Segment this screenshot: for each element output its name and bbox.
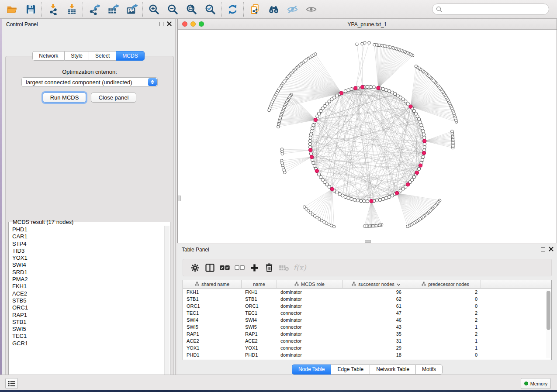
table-row[interactable]: PHD1PHD1dominator180 <box>183 351 551 358</box>
task-history-button[interactable] <box>5 378 18 389</box>
network-horizontal-scroll-thumb[interactable] <box>365 240 371 243</box>
table-panel-title: Table Panel <box>182 247 209 253</box>
column-header-shared-name[interactable]: shared name <box>183 280 242 288</box>
network-graph[interactable] <box>178 30 557 243</box>
list-icon <box>8 381 15 387</box>
minimize-window-icon[interactable] <box>190 21 196 27</box>
list-item[interactable]: PMA2 <box>12 276 165 283</box>
column-header-name[interactable]: name <box>242 280 277 288</box>
tab-select[interactable]: Select <box>89 51 116 61</box>
list-item[interactable]: ACE2 <box>12 290 165 297</box>
table-scrollbar-thumb[interactable] <box>547 291 550 330</box>
table-row[interactable]: SWI4SWI4dominator462 <box>183 316 551 323</box>
table-panel: Table Panel f(x) shared namenameMCDS rol… <box>177 244 557 375</box>
table-row[interactable]: STB1STB1dominator620 <box>183 296 551 303</box>
maximize-window-icon[interactable] <box>199 21 204 27</box>
run-mcds-button[interactable]: Run MCDS <box>43 93 86 103</box>
table-row[interactable]: TEC1TEC1connector472 <box>183 309 551 316</box>
status-bar: Memory <box>0 375 557 390</box>
save-icon[interactable] <box>21 1 40 17</box>
export-network-icon[interactable] <box>85 1 104 17</box>
zoom-selected-icon[interactable] <box>201 1 220 17</box>
table-cell: dominator <box>277 296 343 302</box>
table-cell: PHD1 <box>183 352 242 358</box>
split-view-icon[interactable] <box>202 261 217 275</box>
import-table-icon[interactable] <box>62 1 81 17</box>
list-item[interactable]: SWI4 <box>12 261 165 268</box>
list-item[interactable]: CAR1 <box>12 233 165 240</box>
table-row[interactable]: YOX1YOX1connector291 <box>183 344 551 351</box>
preview-icon[interactable] <box>302 1 321 17</box>
zoom-in-icon[interactable] <box>145 1 163 17</box>
column-header-MCDS-role[interactable]: MCDS role <box>277 280 343 288</box>
list-item[interactable]: PHD1 <box>12 226 165 233</box>
list-item[interactable]: TID3 <box>12 248 165 254</box>
optimization-criterion-value: largest connected component (undirected) <box>22 79 148 86</box>
table-toolbar: f(x) <box>183 259 552 276</box>
mcds-list-scrollbar[interactable] <box>164 226 170 380</box>
add-column-icon[interactable] <box>247 261 262 275</box>
list-item[interactable]: SWI5 <box>12 326 165 333</box>
list-item[interactable]: FKH1 <box>12 283 165 290</box>
table-row[interactable]: ORC1ORC1dominator610 <box>183 303 551 309</box>
network-vertical-scroll-thumb[interactable] <box>178 196 181 201</box>
open-folder-icon[interactable] <box>3 1 21 17</box>
share-document-icon[interactable] <box>246 1 264 17</box>
tab-motifs[interactable]: Motifs <box>416 364 443 375</box>
tab-network[interactable]: Network <box>32 51 65 61</box>
node-table-header: shared namenameMCDS rolesuccessor nodesp… <box>183 280 551 289</box>
tab-style[interactable]: Style <box>65 51 89 61</box>
list-item[interactable]: ORC1 <box>12 304 165 311</box>
optimization-criterion-select[interactable]: largest connected component (undirected) <box>21 77 158 87</box>
table-cell: 0 <box>410 352 481 358</box>
table-row[interactable]: FKH1FKH1dominator962 <box>183 289 551 296</box>
gear-icon[interactable] <box>187 261 202 275</box>
export-table-icon[interactable] <box>104 1 122 17</box>
table-cell: SWI5 <box>183 324 242 330</box>
search-network-icon[interactable] <box>264 1 283 17</box>
zoom-fit-icon[interactable] <box>182 1 201 17</box>
close-panel-icon[interactable] <box>549 247 554 251</box>
show-hide-icon[interactable] <box>283 1 302 17</box>
list-item[interactable]: TEC1 <box>12 333 165 340</box>
refresh-icon[interactable] <box>223 1 242 17</box>
export-image-icon[interactable] <box>122 1 141 17</box>
close-window-icon[interactable] <box>182 21 187 27</box>
list-item[interactable]: YOX1 <box>12 254 165 261</box>
list-item[interactable]: STB5 <box>12 297 165 304</box>
memory-button[interactable]: Memory <box>521 378 551 389</box>
list-item[interactable]: RAP1 <box>12 312 165 319</box>
delete-column-icon[interactable] <box>262 261 277 275</box>
network-canvas[interactable] <box>178 30 557 243</box>
tab-network-table[interactable]: Network Table <box>370 364 416 375</box>
column-header-successor-nodes[interactable]: successor nodes <box>343 280 410 288</box>
mcds-result-list[interactable]: PHD1CAR1STP4TID3YOX1SWI4SRD1PMA2FKH1ACE2… <box>9 226 165 380</box>
list-item[interactable]: GCR1 <box>12 340 165 347</box>
table-row[interactable]: ACE2ACE2connector311 <box>183 337 551 344</box>
import-network-icon[interactable] <box>44 1 62 17</box>
network-window-titlebar[interactable]: YPA_prune.txt_1 <box>178 19 557 30</box>
list-item[interactable]: SRD1 <box>12 269 165 276</box>
table-row[interactable]: SWI5SWI5connector431 <box>183 323 551 330</box>
close-panel-icon[interactable] <box>167 21 172 26</box>
table-row[interactable]: RAP1RAP1dominator352 <box>183 330 551 337</box>
list-item[interactable]: STP4 <box>12 241 165 248</box>
select-all-icon[interactable] <box>217 261 232 275</box>
zoom-out-icon[interactable] <box>163 1 182 17</box>
float-panel-icon[interactable] <box>541 247 545 251</box>
table-cell: SWI5 <box>242 324 277 330</box>
close-panel-button[interactable]: Close panel <box>91 93 136 103</box>
table-cell: 46 <box>343 317 410 323</box>
float-panel-icon[interactable] <box>159 22 163 26</box>
table-cell: 2 <box>410 317 481 323</box>
tab-edge-table[interactable]: Edge Table <box>331 364 370 375</box>
column-header-predecessor-nodes[interactable]: predecessor nodes <box>410 280 481 288</box>
deselect-all-icon[interactable] <box>232 261 247 275</box>
tab-node-table[interactable]: Node Table <box>292 364 332 375</box>
list-item[interactable]: STB1 <box>12 319 165 326</box>
table-cell: 47 <box>343 310 410 316</box>
tab-mcds[interactable]: MCDS <box>116 51 144 61</box>
memory-status-icon <box>524 382 528 385</box>
table-cell: YOX1 <box>242 345 277 351</box>
search-input[interactable] <box>432 3 549 15</box>
